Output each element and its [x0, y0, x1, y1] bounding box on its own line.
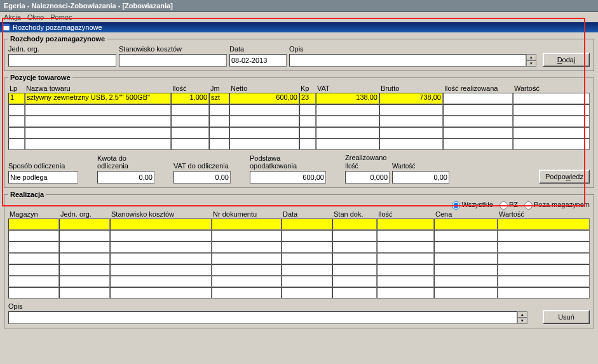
usun-button[interactable]: Usuń	[543, 310, 590, 324]
sposob-label: Sposób odliczenia	[8, 162, 78, 170]
app-titlebar: Egeria - Naleznosci-Zobowiazania - [Zobo…	[0, 0, 598, 12]
spinner-up-icon[interactable]: ▴	[517, 311, 527, 318]
realizacja-table: Magazyn Jedn. org. Stanowisko kosztów Nr…	[8, 210, 590, 299]
menu-akcja[interactable]: Akcja	[4, 13, 21, 21]
table-row[interactable]	[8, 104, 590, 116]
jedn-org-input[interactable]	[8, 54, 116, 67]
th-nazwa: Nazwa towaru	[25, 84, 171, 93]
podstawa-label: Podstawa opodatkowania	[250, 154, 326, 170]
opis2-input[interactable]	[8, 311, 517, 324]
spinner-down-icon[interactable]: ▾	[517, 318, 527, 324]
table-row[interactable]	[8, 276, 590, 287]
dodaj-button[interactable]: Dodaj	[543, 53, 590, 67]
cell-netto[interactable]: 600,00	[229, 93, 299, 104]
spinner-down-icon[interactable]: ▾	[526, 60, 536, 67]
th-stan: Stanowisko kosztów	[110, 210, 212, 219]
menu-pomoc[interactable]: Pomoc	[50, 13, 72, 21]
cell-ilosc[interactable]: 1,000	[171, 93, 209, 104]
th-ilosc-real: Ilość realizowana	[443, 84, 513, 93]
table-row[interactable]	[8, 253, 590, 264]
th-ilosc: Ilość	[171, 84, 209, 93]
vatdo-label: VAT do odliczenia	[173, 162, 231, 170]
cell-ilosc-real[interactable]	[443, 93, 513, 104]
cell-kp[interactable]: 23	[299, 93, 316, 104]
section-pozycje-legend: Pozycje towarowe	[8, 74, 72, 81]
opis-spinner[interactable]: ▴▾	[526, 54, 536, 67]
section-realizacja: Realizacja Wszystkie PZ Poza magazynem M…	[4, 191, 594, 328]
zreal-ilosc-label: Ilość	[345, 163, 390, 170]
podpowiedz-button[interactable]: Podpowiedz	[539, 170, 590, 184]
th-lp: Lp	[8, 84, 25, 93]
zrealizowano-label: Zrealizowano	[345, 154, 449, 161]
radio-pz[interactable]: PZ	[499, 201, 518, 210]
table-row[interactable]	[8, 230, 590, 241]
table-row[interactable]	[8, 138, 590, 150]
cell-lp[interactable]: 1	[8, 93, 25, 104]
th-data: Data	[282, 210, 332, 219]
data-label: Data	[229, 45, 287, 53]
section-realizacja-legend: Realizacja	[8, 191, 46, 198]
spinner-up-icon[interactable]: ▴	[526, 54, 536, 60]
data-input[interactable]	[229, 54, 287, 67]
opis-input[interactable]	[289, 54, 526, 67]
child-window-title-text: Rozchody pozamagazynowe	[13, 24, 102, 31]
th-wartosc: Wartość	[513, 84, 590, 93]
menubar: Akcja Okno Pomoc	[0, 12, 598, 22]
table-row[interactable]	[8, 127, 590, 138]
section-rozchody: Rozchody pozamagazynowe Jedn. org. Stano…	[4, 35, 594, 71]
radio-wszystkie[interactable]: Wszystkie	[452, 201, 493, 210]
svg-rect-1	[3, 24, 10, 26]
child-window-title: Rozchody pozamagazynowe	[0, 22, 598, 32]
zreal-wartosc-label: Wartość	[392, 163, 449, 170]
th-jm: Jm	[209, 84, 229, 93]
opis-label: Opis	[289, 45, 536, 53]
th-brutto: Brutto	[379, 84, 443, 93]
th-ilosc2: Ilość	[377, 210, 434, 219]
th-standok: Stan dok.	[332, 210, 377, 219]
pozycje-table: Lp Nazwa towaru Ilość Jm Netto Kp VAT Br…	[8, 84, 590, 150]
table-row[interactable]	[8, 287, 590, 299]
zreal-wartosc-input[interactable]	[392, 171, 449, 184]
stanowisko-input[interactable]	[119, 54, 227, 67]
th-vat: VAT	[316, 84, 379, 93]
th-nrdok: Nr dokumentu	[212, 210, 282, 219]
form-icon	[3, 24, 10, 31]
th-jedn: Jedn. org.	[59, 210, 110, 219]
th-magazyn: Magazyn	[8, 210, 59, 219]
sposob-input[interactable]	[8, 171, 78, 184]
table-row[interactable]: 1 sztywny zewnetrzny USB, 2,5"" 500GB" 1…	[8, 93, 590, 104]
radio-poza[interactable]: Poza magazynem	[524, 201, 590, 210]
section-rozchody-legend: Rozchody pozamagazynowe	[8, 35, 107, 43]
vatdo-input[interactable]	[173, 171, 231, 184]
cell-wartosc[interactable]	[513, 93, 590, 104]
table-row[interactable]	[8, 219, 590, 230]
section-pozycje: Pozycje towarowe Lp Nazwa towaru Ilość J…	[4, 74, 594, 188]
table-row[interactable]	[8, 116, 590, 127]
opis2-spinner[interactable]: ▴▾	[517, 311, 527, 324]
cell-vat[interactable]: 138,00	[316, 93, 379, 104]
cell-brutto[interactable]: 738,00	[379, 93, 443, 104]
table-row[interactable]	[8, 241, 590, 253]
jedn-org-label: Jedn. org.	[8, 45, 116, 53]
kwota-label: Kwota do odliczenia	[97, 154, 154, 170]
menu-okno[interactable]: Okno	[27, 13, 44, 21]
opis2-label: Opis	[8, 302, 527, 310]
cell-nazwa[interactable]: sztywny zewnetrzny USB, 2,5"" 500GB"	[25, 93, 171, 104]
th-netto: Netto	[229, 84, 299, 93]
table-row[interactable]	[8, 264, 590, 276]
cell-jm[interactable]: szt	[209, 93, 229, 104]
th-cena: Cena	[434, 210, 498, 219]
stanowisko-label: Stanowisko kosztów	[119, 45, 227, 53]
kwota-input[interactable]	[97, 171, 154, 184]
th-kp: Kp	[299, 84, 316, 93]
th-wartosc2: Wartość	[498, 210, 590, 219]
podstawa-input[interactable]	[250, 171, 326, 184]
zreal-ilosc-input[interactable]	[345, 171, 390, 184]
